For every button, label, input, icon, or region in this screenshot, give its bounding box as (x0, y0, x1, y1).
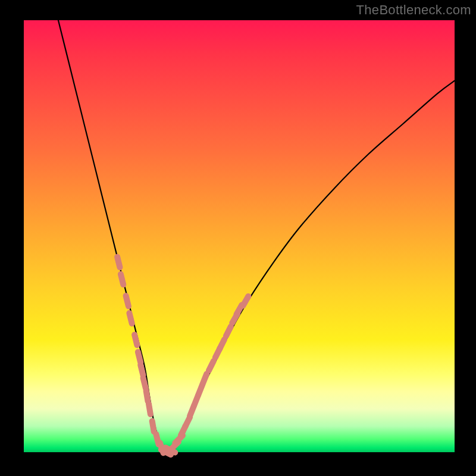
marker-dash (209, 361, 214, 371)
chart-frame: TheBottleneck.com (0, 0, 476, 476)
marker-dash (140, 365, 143, 375)
chart-svg (24, 20, 455, 452)
chart-plot-area (24, 20, 455, 452)
highlighted-markers (117, 257, 248, 455)
bottleneck-curve (24, 0, 455, 452)
marker-dash (149, 404, 151, 415)
marker-dash (129, 313, 131, 323)
marker-dash (138, 352, 140, 362)
marker-dash (243, 296, 248, 306)
marker-dash (146, 391, 148, 402)
marker-dash (203, 374, 207, 384)
marker-dash (134, 335, 137, 345)
marker-dash (143, 378, 146, 388)
marker-dash (126, 296, 129, 306)
marker-dash (117, 257, 120, 267)
watermark-text: TheBottleneck.com (356, 2, 471, 18)
marker-dash (152, 421, 154, 432)
marker-dash (226, 327, 231, 336)
marker-dash (220, 339, 224, 349)
marker-dash (121, 274, 123, 284)
